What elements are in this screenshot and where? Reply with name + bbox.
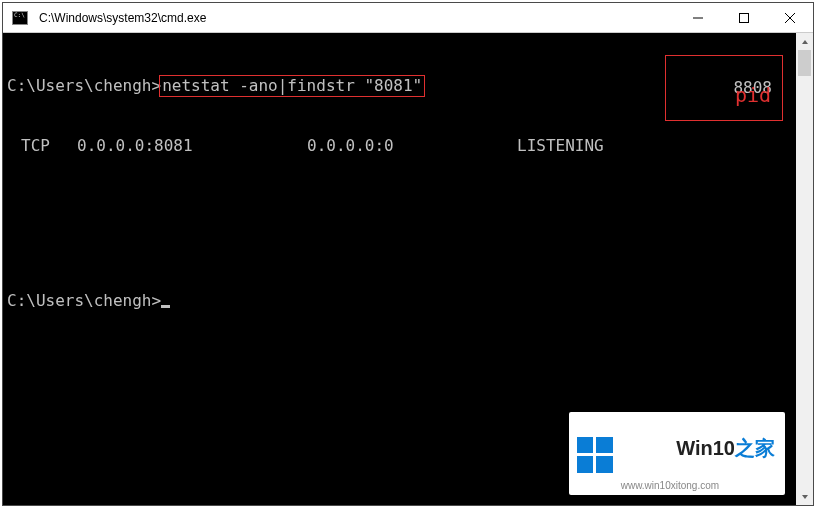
command-highlight-box: netstat -ano|findstr "8081"	[159, 75, 425, 97]
scroll-down-button[interactable]	[796, 488, 813, 505]
scrollbar-thumb[interactable]	[798, 50, 811, 76]
cmd-window: C:\Windows\system32\cmd.exe C:\Users\che…	[2, 2, 814, 506]
vertical-scrollbar[interactable]	[796, 33, 813, 505]
state-cell: LISTENING	[517, 136, 637, 156]
window-controls	[675, 3, 813, 32]
window-title: C:\Windows\system32\cmd.exe	[37, 11, 675, 25]
titlebar[interactable]: C:\Windows\system32\cmd.exe	[3, 3, 813, 33]
cursor	[161, 305, 170, 308]
close-button[interactable]	[767, 3, 813, 32]
netstat-result-row: TCP 0.0.0.0:8081 0.0.0.0:0 LISTENING	[7, 135, 813, 157]
foreign-address-cell: 0.0.0.0:0	[307, 136, 517, 156]
scroll-up-button[interactable]	[796, 33, 813, 50]
windows-logo-icon	[577, 437, 613, 473]
minimize-button[interactable]	[675, 3, 721, 32]
command-text: netstat -ano|findstr "8081"	[162, 76, 422, 95]
pid-annotation-label: pid	[735, 85, 771, 105]
prompt-line: C:\Users\chengh>	[7, 291, 813, 311]
cmd-icon	[3, 11, 37, 25]
watermark-url: www.win10xitong.com	[621, 481, 775, 491]
prompt: C:\Users\chengh>	[7, 291, 161, 311]
maximize-button[interactable]	[721, 3, 767, 32]
terminal-area[interactable]: C:\Users\chengh>netstat -ano|findstr "80…	[3, 33, 813, 505]
proto-cell: TCP	[7, 136, 77, 156]
svg-rect-0	[740, 13, 749, 22]
prompt: C:\Users\chengh>	[7, 76, 161, 96]
watermark: Win10之家 www.win10xitong.com	[569, 412, 785, 495]
watermark-title: Win10之家	[621, 418, 775, 478]
scrollbar-track[interactable]	[796, 50, 813, 488]
local-address-cell: 0.0.0.0:8081	[77, 136, 307, 156]
